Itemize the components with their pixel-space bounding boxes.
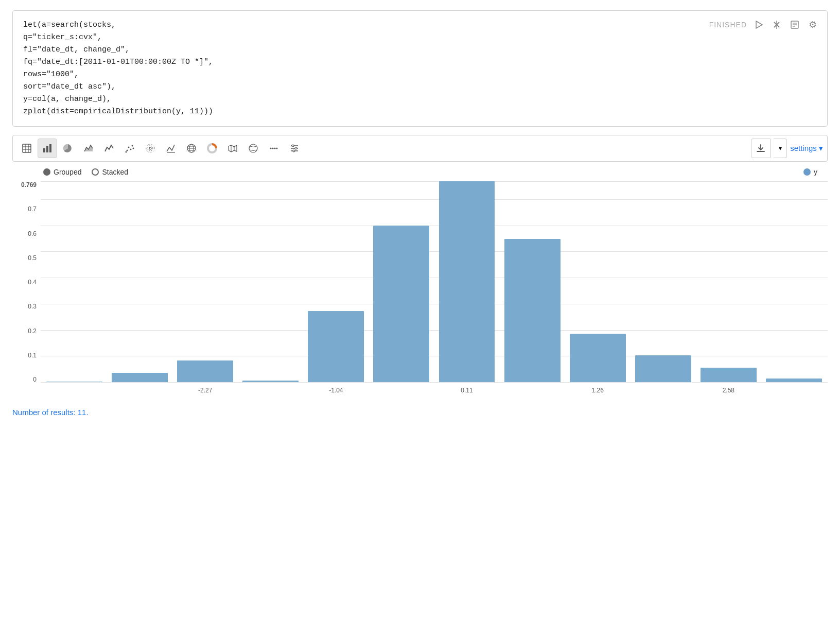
code-line-8: zplot(dist=empiricalDistribution(y, 11))… (23, 106, 817, 118)
bars-area (41, 181, 828, 382)
bar-group (43, 382, 106, 382)
svg-point-22 (126, 151, 127, 153)
chart-plot: -2.27-1.040.111.262.58 (41, 181, 828, 398)
legend-stacked[interactable]: Stacked (92, 168, 128, 176)
grid-line (41, 382, 828, 383)
bar-group (697, 368, 760, 382)
y-axis-label: 0.4 (28, 279, 37, 286)
svg-rect-13 (43, 148, 45, 152)
svg-point-48 (293, 150, 295, 152)
points-button[interactable] (264, 139, 284, 158)
bar[interactable] (46, 382, 102, 382)
play-button[interactable] (752, 19, 765, 30)
globe2-button[interactable] (243, 139, 263, 158)
chart-area: 0.7690.70.60.50.40.30.20.10 -2.27-1.040.… (12, 181, 828, 398)
y-axis: 0.7690.70.60.50.40.30.20.10 (12, 181, 41, 398)
svg-point-36 (270, 148, 272, 149)
x-axis-label: 0.11 (435, 387, 498, 394)
bar-group (501, 239, 564, 382)
y-axis-label: 0.5 (28, 254, 37, 262)
x-axis-label: 1.26 (567, 387, 629, 394)
toolbar-right-section: ▾ settings ▾ (751, 139, 823, 158)
download-button[interactable] (751, 139, 771, 158)
svg-point-32 (210, 146, 214, 150)
y-axis-label: 0.1 (28, 352, 37, 359)
svg-point-39 (276, 148, 278, 149)
area-chart-button[interactable] (79, 139, 98, 158)
y-axis-label: 0.3 (28, 303, 37, 310)
legend-stacked-dot (92, 168, 99, 176)
chart-toolbar: ▾ settings ▾ (12, 135, 828, 162)
scatter-plot-button[interactable] (120, 139, 139, 158)
bubble-chart-button[interactable] (141, 139, 160, 158)
bar[interactable] (373, 226, 429, 382)
bar-group (435, 181, 498, 382)
bar-group (305, 311, 367, 382)
svg-marker-0 (756, 21, 762, 28)
bar[interactable] (766, 379, 822, 382)
svg-point-25 (146, 144, 154, 152)
bar[interactable] (570, 334, 626, 382)
code-line-2: q="ticker_s:cvx", (23, 31, 817, 44)
svg-point-21 (133, 148, 134, 149)
bar-group (109, 373, 171, 382)
docs-button[interactable] (788, 19, 801, 30)
pie-chart-button[interactable] (58, 139, 78, 158)
bar[interactable] (635, 355, 691, 382)
bar[interactable] (242, 381, 299, 382)
bar-group (567, 334, 629, 382)
svg-point-18 (128, 147, 130, 148)
geo-map-button[interactable] (223, 139, 242, 158)
code-line-3: fl="date_dt, change_d", (23, 44, 817, 56)
bar[interactable] (504, 239, 561, 382)
bar-group (239, 381, 302, 382)
bar-group (632, 355, 694, 382)
y-axis-label: 0 (33, 376, 37, 383)
code-editor[interactable]: let(a=search(stocks, q="ticker_s:cvx", f… (12, 10, 828, 127)
stop-button[interactable] (771, 20, 783, 30)
bar-group (174, 360, 236, 382)
x-axis-label: -2.27 (174, 387, 236, 394)
donut-chart-button[interactable] (202, 139, 222, 158)
code-line-1: let(a=search(stocks, (23, 19, 817, 31)
bar[interactable] (439, 181, 495, 382)
code-line-6: sort="date_dt asc"), (23, 81, 817, 93)
y-axis-label: 0.7 (28, 205, 37, 213)
x-axis-label: -1.04 (305, 387, 367, 394)
svg-point-35 (249, 144, 257, 152)
bar[interactable] (701, 368, 757, 382)
network-button[interactable] (182, 139, 201, 158)
y-axis-label: 0.6 (28, 230, 37, 237)
filter-button[interactable] (285, 139, 304, 158)
svg-point-47 (295, 147, 297, 149)
code-line-4: fq="date_dt:[2011-01-01T00:00:00Z TO *]"… (23, 56, 817, 68)
svg-point-38 (274, 148, 276, 149)
svg-point-24 (148, 146, 153, 151)
legend-grouped[interactable]: Grouped (43, 168, 81, 176)
finished-bar: FINISHED ⚙ (709, 18, 819, 31)
chart-container: Grouped Stacked y 0.7690.70.60.50.40.30.… (12, 168, 828, 398)
svg-point-46 (292, 145, 294, 147)
heatmap-button[interactable] (161, 139, 181, 158)
bar[interactable] (112, 373, 168, 382)
settings-gear-button[interactable]: ⚙ (807, 18, 819, 31)
settings-button[interactable]: settings ▾ (790, 144, 823, 153)
svg-rect-15 (49, 144, 51, 152)
x-axis-label: 2.58 (697, 387, 760, 394)
svg-point-19 (130, 149, 132, 150)
results-text: Number of results: 11. (12, 408, 828, 417)
legend-grouped-dot (43, 168, 50, 176)
svg-rect-14 (46, 146, 48, 152)
svg-rect-8 (23, 144, 31, 152)
line-chart-button[interactable] (99, 139, 119, 158)
finished-label: FINISHED (709, 19, 747, 30)
legend-grouped-label: Grouped (54, 168, 81, 176)
bar[interactable] (177, 360, 233, 382)
table-view-button[interactable] (17, 139, 37, 158)
bar[interactable] (308, 311, 364, 382)
download-arrow-button[interactable]: ▾ (774, 139, 787, 158)
svg-point-20 (132, 145, 133, 147)
svg-point-37 (272, 148, 274, 149)
bar-group (763, 379, 825, 382)
bar-chart-button[interactable] (38, 139, 57, 158)
